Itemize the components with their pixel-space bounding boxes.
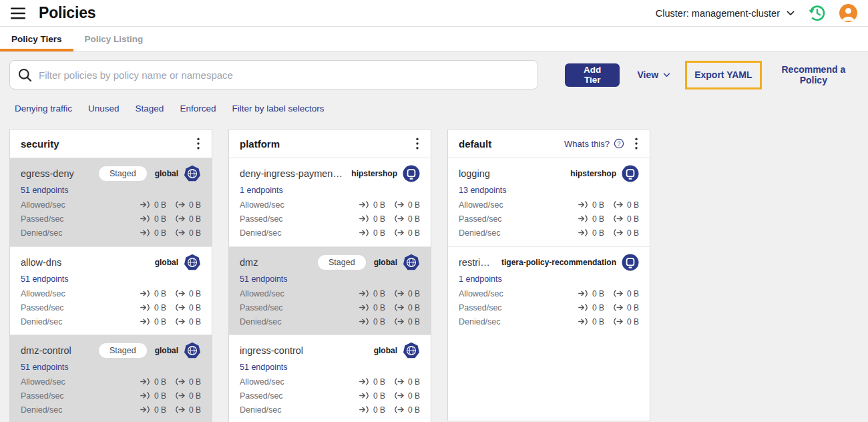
policy-endpoints-link[interactable]: 51 endpoints [21, 363, 69, 372]
stat-label: Denied/sec [240, 317, 359, 327]
policy-card[interactable]: logging hipstershop 13 endpoints Allowed… [448, 158, 650, 246]
policy-card[interactable]: ingress-control global 51 endpoints Allo… [229, 335, 431, 422]
policy-endpoints-link[interactable]: 51 endpoints [240, 274, 288, 284]
policy-top-row: deny-ingress-paymentservi... hipstershop [240, 165, 420, 182]
cluster-selector[interactable]: Cluster: management-cluster [656, 8, 795, 19]
policy-card[interactable]: deny-ingress-paymentservi... hipstershop… [229, 158, 431, 246]
policy-stat-row: Denied/sec 0 B 0 B [240, 228, 420, 238]
stat-label: Denied/sec [21, 228, 140, 238]
egress-arrow-icon [613, 290, 624, 298]
namespace-icon [403, 165, 420, 182]
filter-enforced[interactable]: Enforced [180, 103, 216, 114]
chevron-down-icon [787, 11, 795, 16]
tier-card: security egress-deny Staged global 51 en… [9, 129, 212, 422]
search-box [9, 60, 538, 89]
chevron-down-icon [663, 73, 670, 77]
stat-label: Passed/sec [21, 214, 140, 224]
egress-arrow-icon [613, 318, 624, 326]
policy-endpoints-link[interactable]: 13 endpoints [459, 186, 507, 195]
stat-label: Denied/sec [21, 317, 140, 327]
add-tier-button[interactable]: Add Tier [565, 63, 620, 87]
policy-scope-label: hipstershop [570, 169, 616, 178]
view-dropdown[interactable]: View [637, 69, 670, 80]
policy-top-row: egress-deny Staged global [21, 165, 201, 182]
policy-card[interactable]: allow-dns global 51 endpoints Allowed/se… [10, 246, 212, 335]
policy-scope-icon-slot [622, 165, 639, 182]
tab-policy-tiers[interactable]: Policy Tiers [0, 27, 73, 51]
tier-body: egress-deny Staged global 51 endpoints A… [10, 158, 212, 422]
hamburger-menu-icon[interactable] [11, 7, 27, 19]
filter-staged[interactable]: Staged [136, 103, 164, 114]
whats-this-link[interactable]: Whats this? ? [564, 138, 624, 149]
policy-scope-icon-slot [403, 165, 420, 182]
policy-card[interactable]: dmz Staged global 51 endpoints Allowed/s… [229, 246, 431, 335]
ingress-arrow-icon [140, 201, 151, 209]
recommend-policy-button[interactable]: Recommend a Policy [769, 64, 859, 85]
egress-arrow-icon [613, 215, 624, 223]
stat-label: Passed/sec [240, 391, 359, 401]
globe-icon [403, 342, 420, 359]
stat-out-value: 0 B [189, 405, 201, 415]
stat-out-value: 0 B [408, 405, 420, 415]
stat-in-value: 0 B [154, 303, 166, 312]
egress-arrow-icon [175, 406, 186, 414]
stat-out-value: 0 B [189, 228, 201, 238]
tier-header: security [10, 130, 212, 158]
egress-arrow-icon [394, 229, 405, 237]
stat-label: Denied/sec [459, 228, 578, 238]
policy-stat-row: Allowed/sec 0 B 0 B [21, 377, 201, 387]
policy-card[interactable]: restricted tigera-policy-recommendation … [448, 246, 650, 335]
whats-this-label: Whats this? [564, 139, 610, 149]
filter-unused[interactable]: Unused [88, 103, 120, 114]
stat-out-value: 0 B [627, 228, 639, 238]
policy-stat-row: Denied/sec 0 B 0 B [459, 228, 639, 238]
policy-name: egress-deny [21, 168, 93, 179]
ingress-arrow-icon [140, 392, 151, 400]
stat-in-value: 0 B [592, 303, 604, 312]
history-icon[interactable] [808, 4, 826, 22]
policy-endpoints-link[interactable]: 51 endpoints [21, 186, 69, 195]
kebab-menu-icon[interactable] [634, 136, 639, 151]
policy-endpoints-link[interactable]: 1 endpoints [240, 186, 283, 195]
stat-in-value: 0 B [154, 214, 166, 224]
namespace-icon [622, 165, 639, 182]
filter-by-label-selectors[interactable]: Filter by label selectors [232, 103, 324, 114]
toolbar: Add Tier View Export YAML Recommend a Po… [9, 60, 859, 89]
ingress-arrow-icon [578, 318, 589, 326]
egress-arrow-icon [394, 406, 405, 414]
policy-scope-label: global [374, 346, 397, 355]
egress-arrow-icon [175, 215, 186, 223]
egress-arrow-icon [394, 215, 405, 223]
policy-endpoints-link[interactable]: 1 endpoints [459, 274, 502, 284]
policy-stat-row: Denied/sec 0 B 0 B [21, 228, 201, 238]
kebab-menu-icon[interactable] [196, 136, 201, 151]
policy-stats: Allowed/sec 0 B 0 B Passed/sec 0 B 0 B D… [21, 289, 201, 327]
tab-policy-listing[interactable]: Policy Listing [73, 27, 155, 51]
stat-out-value: 0 B [408, 289, 420, 298]
stat-label: Allowed/sec [21, 289, 140, 298]
top-header: Policies Cluster: management-cluster [0, 0, 868, 27]
stat-out-value: 0 B [189, 214, 201, 224]
policy-card[interactable]: egress-deny Staged global 51 endpoints A… [10, 158, 212, 246]
policy-card[interactable]: dmz-control Staged global 51 endpoints A… [10, 335, 212, 422]
toolbar-actions: Add Tier View Export YAML Recommend a Po… [565, 61, 859, 89]
policy-endpoints-link[interactable]: 51 endpoints [21, 274, 69, 284]
stat-out-value: 0 B [408, 228, 420, 238]
ingress-arrow-icon [578, 201, 589, 209]
stat-out-value: 0 B [408, 317, 420, 327]
stat-label: Passed/sec [240, 303, 359, 312]
user-avatar[interactable] [839, 4, 857, 22]
kebab-menu-icon[interactable] [415, 136, 420, 151]
policy-scope-icon-slot [184, 342, 201, 359]
egress-arrow-icon [394, 392, 405, 400]
stat-out-value: 0 B [189, 317, 201, 327]
export-yaml-button[interactable]: Export YAML [694, 69, 752, 80]
policy-name: ingress-control [240, 345, 366, 356]
filter-denying-traffic[interactable]: Denying traffic [15, 103, 72, 114]
search-input[interactable] [39, 69, 529, 81]
stat-out-value: 0 B [408, 214, 420, 224]
stat-label: Denied/sec [21, 405, 140, 415]
egress-arrow-icon [394, 201, 405, 209]
ingress-arrow-icon [140, 318, 151, 326]
policy-endpoints-link[interactable]: 51 endpoints [240, 363, 288, 372]
